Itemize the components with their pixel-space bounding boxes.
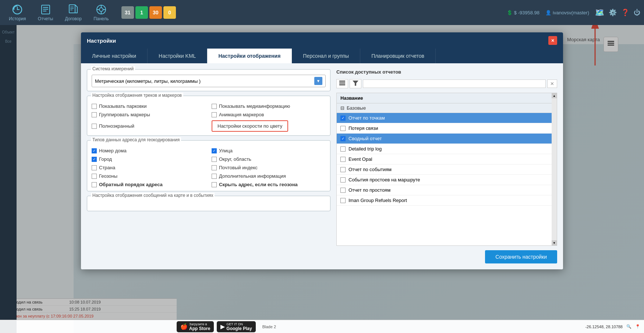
modal-header: Настройки × (81, 32, 563, 49)
cb-house-num-label: Номер дома (99, 148, 127, 153)
badge-31[interactable]: 31 (121, 6, 134, 19)
badge-30[interactable]: 30 (149, 6, 162, 19)
power-icon[interactable]: ⏻ (634, 9, 640, 17)
tab-display[interactable]: Настройки отображения (207, 49, 292, 63)
app-store-label: App Store (189, 326, 210, 331)
reports-icon (40, 4, 52, 15)
nav-items: История Отчеты Договор Панель (4, 1, 114, 24)
zoom-icon[interactable]: 🔍 (626, 324, 631, 329)
report-item-4[interactable]: Event Opal (337, 154, 552, 164)
modal-overlay: Настройки × Личные настройки Настройки K… (0, 25, 644, 320)
google-play-sub: GET IT ON (226, 322, 252, 326)
save-settings-button[interactable]: Сохранить настройки (485, 250, 557, 263)
cb-reverse-order: Обратный порядок адреса (92, 182, 206, 187)
reports-list-view-button[interactable] (336, 79, 348, 88)
cb-show-media-input[interactable] (212, 104, 217, 109)
google-play-button[interactable]: ▶ GET IT ON Google Play (217, 321, 255, 332)
report-label-6: События простоев на маршруте (348, 177, 420, 183)
tab-personal[interactable]: Личные настройки (81, 49, 148, 63)
report-item-6[interactable]: События простоев на маршруте (337, 175, 552, 185)
toolbar-right: 💲 $ -93958.98 👤 ivanovsv(master) 🗺️ ⚙️ ❓… (507, 8, 640, 17)
app-store-button[interactable]: 🍎 Загрузите в App Store (177, 321, 214, 332)
report-cb-0[interactable] (340, 116, 346, 121)
cb-city-input[interactable] (92, 157, 97, 162)
report-cb-4[interactable] (340, 157, 346, 162)
measurement-select[interactable]: Метрическая (километры, литры, килограмм… (92, 75, 326, 87)
bottom-coords: -26.12548, 28.10788 🔍 📍 (585, 324, 640, 329)
report-cb-7[interactable] (340, 188, 346, 193)
nav-reports[interactable]: Отчеты (33, 1, 59, 24)
report-cb-6[interactable] (340, 177, 346, 183)
report-item-5[interactable]: Отчет по событиям (337, 164, 552, 175)
geocoding-checkboxes: Номер дома Улица Город Округ, облас (92, 148, 326, 187)
scrollbar-down[interactable]: ▼ (552, 240, 557, 245)
measurement-value: Метрическая (километры, литры, килограмм… (95, 78, 201, 84)
tab-kml[interactable]: Настройки KML (148, 49, 207, 63)
map-icon[interactable]: 🗺️ (595, 8, 604, 17)
cb-extra-info-input[interactable] (212, 174, 217, 179)
settings-modal: Настройки × Личные настройки Настройки K… (81, 32, 563, 269)
cb-house-num-input[interactable] (92, 148, 97, 153)
nav-contract[interactable]: Договор (60, 1, 87, 24)
report-item-0[interactable]: Отчет по точкам (337, 113, 552, 123)
nav-history[interactable]: История (4, 1, 31, 24)
report-cb-1[interactable] (340, 126, 346, 131)
report-cb-5[interactable] (340, 167, 346, 172)
cb-show-parking-input[interactable] (92, 104, 97, 109)
report-cb-3[interactable] (340, 146, 346, 152)
scrollbar-up[interactable]: ▲ (552, 93, 557, 98)
settings-icon[interactable]: ⚙️ (609, 8, 617, 17)
speed-color-button[interactable]: Настройки скорости по цвету (212, 120, 288, 132)
blade-label: Blade 2 (262, 325, 276, 329)
cb-reverse-order-input[interactable] (92, 182, 97, 187)
location-icon[interactable]: 📍 (635, 324, 640, 329)
report-label-1: Потеря связи (348, 125, 378, 131)
reports-section-label: Список доступных отчетов (336, 69, 557, 75)
report-item-2[interactable]: Сводный отчет (337, 134, 552, 144)
svg-rect-6 (69, 5, 75, 13)
cb-animate-markers-input[interactable] (212, 112, 217, 117)
cb-postal-input[interactable] (212, 165, 217, 170)
modal-close-button[interactable]: × (548, 36, 557, 45)
group-expand-icon[interactable]: ⊟ (340, 105, 344, 111)
cb-region-input[interactable] (212, 157, 217, 162)
cb-street-input[interactable] (212, 148, 217, 153)
help-icon[interactable]: ❓ (621, 8, 629, 17)
report-cb-8[interactable] (340, 198, 346, 203)
cb-group-markers-input[interactable] (92, 112, 97, 117)
cb-house-num: Номер дома (92, 148, 206, 153)
report-item-7[interactable]: Отчет по простоям (337, 185, 552, 195)
reports-clear-button[interactable]: ✕ (547, 79, 557, 88)
report-item-8[interactable]: Iman Group Refuels Report (337, 195, 552, 206)
modal-title: Настройки (87, 38, 116, 44)
cb-region: Округ, область (212, 156, 326, 162)
cb-country-input[interactable] (92, 165, 97, 170)
cb-show-parking-label: Показывать парковки (99, 103, 146, 109)
badge-0[interactable]: 0 (163, 6, 176, 19)
reports-filter-button[interactable] (350, 79, 361, 88)
cb-animate-markers-label: Анимация маркеров (219, 112, 264, 117)
tab-personnel[interactable]: Персонал и группы (292, 49, 360, 63)
report-label-7: Отчет по простоям (348, 187, 390, 193)
cb-geozones-input[interactable] (92, 174, 97, 179)
cb-city: Город (92, 156, 206, 162)
cb-fullscreen-input[interactable] (92, 124, 97, 129)
report-item-3[interactable]: Detailed trip log (337, 144, 552, 154)
messages-label: Настройка отображения сообщений на карте… (91, 193, 215, 198)
badge-1[interactable]: 1 (135, 6, 148, 19)
speed-btn-container: Настройки скорости по цвету (212, 120, 326, 132)
cb-hide-geozone-input[interactable] (212, 182, 217, 187)
dollar-icon: 💲 (507, 10, 513, 15)
nav-panel[interactable]: Панель (88, 1, 114, 24)
svg-rect-23 (339, 84, 345, 85)
tracks-checkboxes: Показывать парковки Показывать медиаинфо… (92, 103, 326, 132)
report-item-1[interactable]: Потеря связи (337, 123, 552, 134)
reports-search-input[interactable] (363, 79, 546, 88)
history-icon (11, 4, 23, 15)
tab-scheduler[interactable]: Планировщик отчетов (360, 49, 436, 63)
nav-contract-label: Договор (65, 16, 82, 21)
reports-col-header: Название (337, 93, 552, 103)
nav-reports-label: Отчеты (38, 16, 53, 21)
report-cb-2[interactable] (340, 136, 346, 141)
cb-hide-geozone-label: Скрыть адрес, если есть геозона (219, 182, 298, 187)
